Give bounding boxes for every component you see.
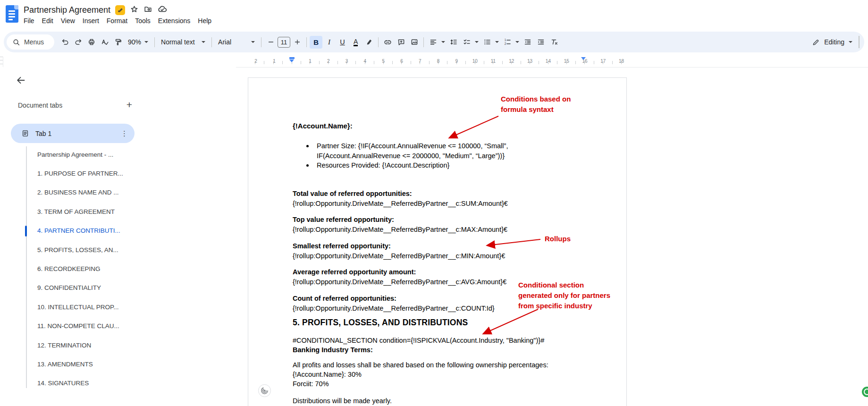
- fingerprint-button[interactable]: [258, 384, 271, 397]
- redo-button[interactable]: [72, 36, 84, 49]
- menu-file[interactable]: File: [20, 16, 38, 25]
- increase-indent-button[interactable]: [534, 36, 547, 49]
- right-indent-marker[interactable]: [581, 57, 586, 60]
- add-comment-button[interactable]: [395, 36, 407, 49]
- bulleted-list-button[interactable]: [480, 36, 493, 49]
- close-sidebar-button[interactable]: [12, 72, 29, 89]
- ruler-number: 4: [364, 59, 367, 64]
- bullet-item: Partner Size: {!IF(Account.AnnualRevenue…: [306, 141, 508, 161]
- annotation-conditional-section: Conditional section generated only for p…: [518, 280, 610, 311]
- menubar: File Edit View Insert Format Tools Exten…: [20, 16, 215, 25]
- addon-badge-icon[interactable]: [115, 5, 125, 15]
- cloud-check-icon[interactable]: [157, 4, 167, 16]
- move-folder-icon[interactable]: [143, 5, 152, 16]
- menu-help[interactable]: Help: [194, 16, 215, 25]
- numbered-list-caret[interactable]: [514, 36, 521, 49]
- menu-format[interactable]: Format: [103, 16, 131, 25]
- ruler-number: 10: [472, 59, 478, 64]
- numbered-list-button[interactable]: 12: [501, 36, 514, 49]
- outline-item[interactable]: 14. SIGNATURES: [0, 374, 208, 393]
- align-caret[interactable]: [440, 36, 447, 49]
- print-button[interactable]: [85, 36, 98, 49]
- menu-view[interactable]: View: [57, 16, 79, 25]
- font-size-increase-button[interactable]: [291, 36, 303, 49]
- search-icon: [12, 38, 20, 46]
- spellcheck-button[interactable]: [98, 36, 111, 49]
- checklist-caret[interactable]: [473, 36, 480, 49]
- horizontal-ruler[interactable]: 21123456789101112131415161718: [0, 56, 868, 67]
- align-button[interactable]: [427, 36, 439, 49]
- outline-item[interactable]: Partnership Agreement - ...: [0, 145, 208, 164]
- first-line-indent-marker[interactable]: [289, 57, 295, 59]
- document-page[interactable]: {!Account.Name}: Partner Size: {!IF(Acco…: [248, 77, 627, 406]
- ruler-number: 2: [327, 59, 330, 64]
- outline-item-active[interactable]: 4. PARTNER CONTRIBUTI...: [0, 221, 208, 240]
- menus-search-button[interactable]: Menus: [7, 34, 54, 50]
- ruler-number: 9: [455, 59, 458, 64]
- bold-button[interactable]: B: [310, 36, 322, 49]
- toolbar: Menus 90% Normal text Arial: [4, 32, 864, 52]
- outline-item[interactable]: 12. TERMINATION: [0, 336, 208, 355]
- star-icon[interactable]: [130, 5, 139, 16]
- outline-item[interactable]: 5. PROFITS, LOSSES, AN...: [0, 240, 208, 259]
- document-title[interactable]: Partnership Agreement: [24, 5, 110, 15]
- clear-formatting-button[interactable]: [548, 36, 560, 49]
- menu-edit[interactable]: Edit: [38, 16, 57, 25]
- insert-image-button[interactable]: [408, 36, 421, 49]
- mode-select[interactable]: Editing: [806, 35, 858, 49]
- ruler-number: 1: [273, 59, 276, 64]
- outline-item[interactable]: 3. TERM OF AGREEMENT: [0, 202, 208, 221]
- share-percentage-line-2: Forciit: 70%: [293, 379, 329, 389]
- extension-badge[interactable]: [862, 387, 868, 397]
- ruler-number: 1: [309, 59, 312, 64]
- distributions-line: Distributions will be made yearly.: [293, 396, 392, 406]
- line-spacing-button[interactable]: [447, 36, 460, 49]
- outline-item[interactable]: 2. BUSINESS NAME AND ...: [0, 183, 208, 202]
- rollup-max: Top value referred opportunity: {!rollup…: [293, 215, 507, 235]
- sidebar-title: Document tabs: [18, 102, 62, 109]
- decrease-indent-button[interactable]: [521, 36, 534, 49]
- font-size-decrease-button[interactable]: [264, 36, 277, 49]
- highlight-color-button[interactable]: [362, 36, 375, 49]
- menu-tools[interactable]: Tools: [131, 16, 154, 25]
- italic-button[interactable]: I: [323, 36, 336, 49]
- ruler-number: 8: [437, 59, 440, 64]
- rollup-count: Count of referred opportunities: {!rollu…: [293, 294, 495, 313]
- document-tabs-sidebar: Document tabs + Tab 1 ⋮ Partnership Agre…: [0, 67, 236, 406]
- outline-item[interactable]: 9. CONFIDENTIALITY: [0, 279, 208, 297]
- underline-button[interactable]: U: [336, 36, 349, 49]
- zoom-select[interactable]: 90%: [125, 36, 152, 49]
- ruler-number: 17: [600, 59, 606, 64]
- ruler-number: 3: [346, 59, 348, 64]
- menu-insert[interactable]: Insert: [79, 16, 103, 25]
- share-percentage-line-1: {!Account.Name}: 30%: [293, 370, 362, 380]
- font-select[interactable]: Arial: [215, 36, 258, 49]
- rollup-sum: Total value of referred opportunities: {…: [293, 189, 508, 209]
- font-size-input[interactable]: 11: [278, 37, 290, 48]
- header: Partnership Agreement: [0, 0, 868, 29]
- menus-label: Menus: [24, 38, 44, 46]
- add-tab-button[interactable]: +: [121, 96, 138, 113]
- outline-item[interactable]: 13. AMENDMENTS: [0, 355, 208, 373]
- undo-button[interactable]: [59, 36, 71, 49]
- left-indent-marker[interactable]: [289, 59, 294, 62]
- menu-extensions[interactable]: Extensions: [154, 16, 194, 25]
- tab-options-button[interactable]: ⋮: [121, 129, 128, 138]
- paint-format-button[interactable]: [111, 36, 124, 49]
- outline-item[interactable]: 1. PURPOSE OF PARTNER...: [0, 164, 208, 183]
- outline-item[interactable]: 6. RECORDKEEPING: [0, 259, 208, 278]
- insert-link-button[interactable]: [381, 36, 394, 49]
- checklist-button[interactable]: [460, 36, 473, 49]
- tab-1[interactable]: Tab 1 ⋮: [11, 124, 135, 143]
- text-color-button[interactable]: A: [349, 36, 362, 49]
- paragraph-style-select[interactable]: Normal text: [158, 36, 209, 49]
- docs-logo-icon[interactable]: [6, 5, 18, 23]
- ruler-number: 15: [564, 59, 569, 64]
- outline-item[interactable]: 10. INTELLECTUAL PROP...: [0, 297, 208, 316]
- outline-item[interactable]: 11. NON-COMPETE CLAU...: [0, 317, 208, 336]
- ruler-number: 7: [419, 59, 421, 64]
- bullet-list: Partner Size: {!IF(Account.AnnualRevenue…: [306, 141, 508, 170]
- bulleted-list-caret[interactable]: [494, 36, 500, 49]
- ruler-number: 5: [382, 59, 385, 64]
- fingerprint-icon: [261, 387, 269, 395]
